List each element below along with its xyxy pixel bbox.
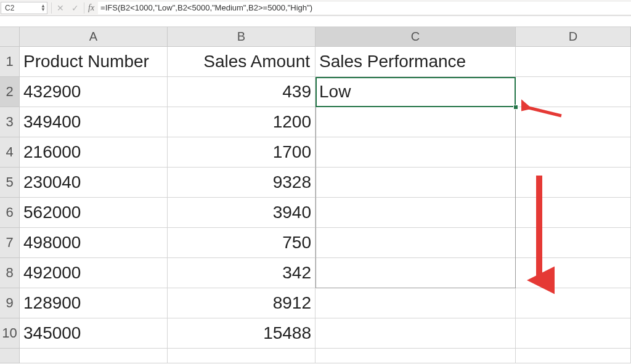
cell-B4[interactable]: 1700 bbox=[168, 137, 316, 168]
cell-A10[interactable]: 345000 bbox=[20, 318, 168, 349]
cell-C9[interactable] bbox=[316, 288, 516, 318]
select-all-corner[interactable] bbox=[0, 27, 20, 47]
cell-D10[interactable] bbox=[516, 318, 631, 349]
name-box[interactable]: C2 ▲▼ bbox=[1, 2, 47, 14]
fx-icon[interactable]: fx bbox=[88, 3, 94, 13]
row-header-4[interactable]: 4 bbox=[0, 137, 20, 168]
cell-B9[interactable]: 8912 bbox=[168, 288, 316, 318]
svg-line-0 bbox=[526, 107, 561, 116]
cell-A11[interactable] bbox=[20, 349, 168, 363]
cell-A7[interactable]: 498000 bbox=[20, 228, 168, 258]
cell-B2[interactable]: 439 bbox=[168, 77, 316, 107]
row-header-5[interactable]: 5 bbox=[0, 168, 20, 198]
cell-C11[interactable] bbox=[316, 349, 516, 363]
cell-B3[interactable]: 1200 bbox=[168, 107, 316, 137]
row-header-8[interactable]: 8 bbox=[0, 258, 20, 288]
cell-C10[interactable] bbox=[316, 318, 516, 349]
row-header-3[interactable]: 3 bbox=[0, 107, 20, 137]
row-header-1[interactable]: 1 bbox=[0, 47, 20, 77]
cell-B5[interactable]: 9328 bbox=[168, 168, 316, 198]
cell-A2[interactable]: 432900 bbox=[20, 77, 168, 107]
cell-B6[interactable]: 3940 bbox=[168, 198, 316, 228]
formula-bar: C2 ▲▼ ✕ ✓ fx bbox=[0, 0, 631, 16]
cell-C5[interactable] bbox=[316, 168, 516, 198]
row-header-2[interactable]: 2 bbox=[0, 77, 20, 107]
cell-A1[interactable]: Product Number bbox=[20, 47, 168, 77]
cancel-icon[interactable]: ✕ bbox=[53, 1, 68, 15]
col-header-D[interactable]: D bbox=[516, 27, 631, 47]
col-header-B[interactable]: B bbox=[168, 27, 316, 47]
cell-C8[interactable] bbox=[316, 258, 516, 288]
cell-D11[interactable] bbox=[516, 349, 631, 363]
cell-D4[interactable] bbox=[516, 137, 631, 168]
cell-C2[interactable]: Low bbox=[316, 77, 516, 107]
confirm-icon[interactable]: ✓ bbox=[68, 1, 83, 15]
cell-C7[interactable] bbox=[316, 228, 516, 258]
row-header-9[interactable]: 9 bbox=[0, 288, 20, 318]
annotation-arrow-fill-handle bbox=[521, 99, 564, 123]
cell-A9[interactable]: 128900 bbox=[20, 288, 168, 318]
col-header-A[interactable]: A bbox=[20, 27, 168, 47]
cell-A3[interactable]: 349400 bbox=[20, 107, 168, 137]
name-box-stepper-icon[interactable]: ▲▼ bbox=[41, 4, 46, 12]
fill-handle[interactable] bbox=[513, 105, 518, 110]
cell-D1[interactable] bbox=[516, 47, 631, 77]
cell-C6[interactable] bbox=[316, 198, 516, 228]
separator bbox=[51, 2, 52, 14]
cell-A8[interactable]: 492000 bbox=[20, 258, 168, 288]
row-header-6[interactable]: 6 bbox=[0, 198, 20, 228]
cell-C3[interactable] bbox=[316, 107, 516, 137]
cell-B1[interactable]: Sales Amount bbox=[168, 47, 316, 77]
cell-B11[interactable] bbox=[168, 349, 316, 363]
cell-A4[interactable]: 216000 bbox=[20, 137, 168, 168]
annotation-arrow-drag-down bbox=[524, 172, 555, 296]
formula-input[interactable] bbox=[98, 2, 631, 14]
row-header-11[interactable] bbox=[0, 349, 20, 363]
name-box-value: C2 bbox=[5, 4, 14, 12]
cell-C4[interactable] bbox=[316, 137, 516, 168]
cell-C1[interactable]: Sales Performance bbox=[316, 47, 516, 77]
row-header-7[interactable]: 7 bbox=[0, 228, 20, 258]
cell-A5[interactable]: 230040 bbox=[20, 168, 168, 198]
ribbon-gap bbox=[0, 16, 631, 27]
row-header-10[interactable]: 10 bbox=[0, 318, 20, 349]
cell-B7[interactable]: 750 bbox=[168, 228, 316, 258]
cell-A6[interactable]: 562000 bbox=[20, 198, 168, 228]
cell-B10[interactable]: 15488 bbox=[168, 318, 316, 349]
separator bbox=[84, 2, 84, 14]
cell-B8[interactable]: 342 bbox=[168, 258, 316, 288]
col-header-C[interactable]: C bbox=[316, 27, 516, 47]
